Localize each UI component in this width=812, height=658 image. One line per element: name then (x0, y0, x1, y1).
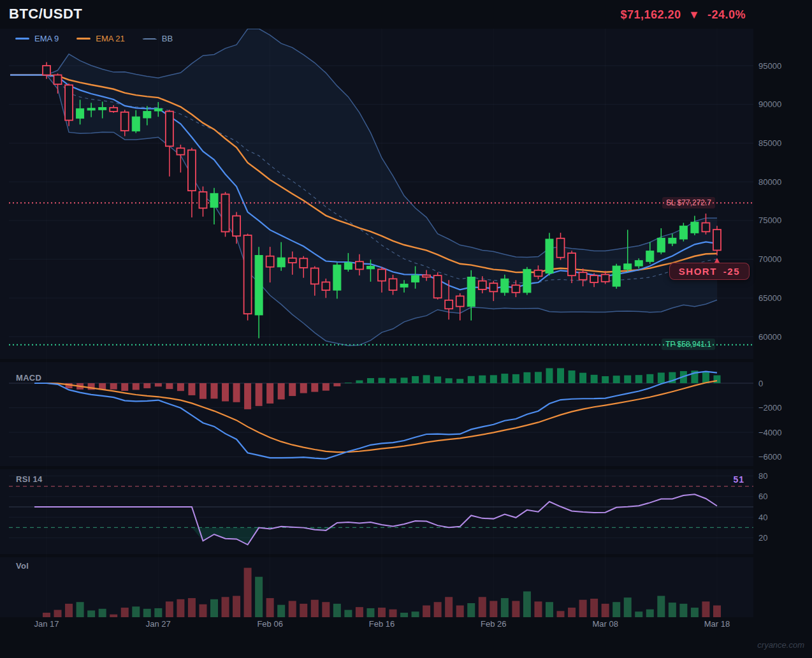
watermark: cryance.com (757, 640, 804, 650)
legend-item-bb[interactable]: BB (143, 34, 173, 43)
short-position-badge: SHORT-25 (669, 263, 750, 280)
ema21-line-icon (76, 38, 91, 40)
ema9-line-icon (15, 38, 29, 40)
svg-text:75000: 75000 (758, 216, 781, 225)
macd-panel-label: MACD (16, 373, 41, 383)
rsi-panel-label: RSI 14 (16, 474, 43, 484)
last-price: $71,162.20 (621, 8, 681, 21)
x-tick-label: Feb 06 (242, 619, 299, 629)
rsi-current-value: 51 (733, 474, 744, 485)
stop-loss-label[interactable]: SL $77,272.7 (662, 197, 715, 208)
down-arrow-icon: ▼ (688, 8, 700, 21)
x-tick-label: Feb 26 (465, 619, 522, 629)
legend-label: EMA 9 (34, 34, 59, 43)
svg-text:60: 60 (758, 492, 767, 501)
take-profit-label[interactable]: TP $58,941.1 (662, 339, 715, 350)
svg-text:0: 0 (758, 379, 763, 388)
svg-text:40: 40 (758, 513, 767, 522)
svg-text:60000: 60000 (758, 332, 781, 342)
x-tick-label: Mar 08 (577, 619, 634, 629)
svg-text:20: 20 (758, 533, 767, 543)
legend-label: EMA 21 (96, 34, 125, 43)
svg-text:95000: 95000 (758, 61, 781, 71)
legend-item-ema21[interactable]: EMA 21 (76, 34, 125, 43)
svg-text:70000: 70000 (758, 254, 781, 264)
svg-text:−6000: −6000 (758, 452, 782, 462)
svg-text:−2000: −2000 (758, 403, 782, 413)
time-axis[interactable]: Jan 17Jan 27Feb 06Feb 16Feb 26Mar 08Mar … (0, 619, 812, 632)
badge-pnl: -25 (723, 266, 740, 277)
svg-text:65000: 65000 (758, 293, 781, 303)
x-tick-label: Feb 16 (353, 619, 410, 629)
price-change: -24.0% (707, 8, 746, 21)
x-tick-label: Mar 18 (688, 619, 746, 629)
svg-text:80: 80 (758, 471, 767, 481)
bb-line-icon (143, 38, 157, 40)
price-ticker: $71,162.20 ▼ -24.0% (617, 8, 746, 22)
svg-text:90000: 90000 (758, 99, 781, 109)
indicator-legend: EMA 9 EMA 21 BB (15, 34, 173, 43)
badge-side: SHORT (679, 266, 717, 277)
vol-panel-label: Vol (16, 561, 29, 571)
legend-item-ema9[interactable]: EMA 9 (15, 34, 59, 43)
svg-text:−4000: −4000 (758, 428, 782, 437)
svg-text:85000: 85000 (758, 138, 781, 148)
chart-canvas[interactable]: 9500090000850008000075000700006500060000… (0, 0, 812, 658)
x-tick-label: Jan 17 (18, 619, 75, 629)
trading-app: 9500090000850008000075000700006500060000… (0, 0, 812, 658)
x-tick-label: Jan 27 (129, 619, 187, 629)
legend-label: BB (162, 34, 173, 43)
page-title: BTC/USDT (9, 6, 82, 22)
svg-text:80000: 80000 (758, 177, 781, 187)
